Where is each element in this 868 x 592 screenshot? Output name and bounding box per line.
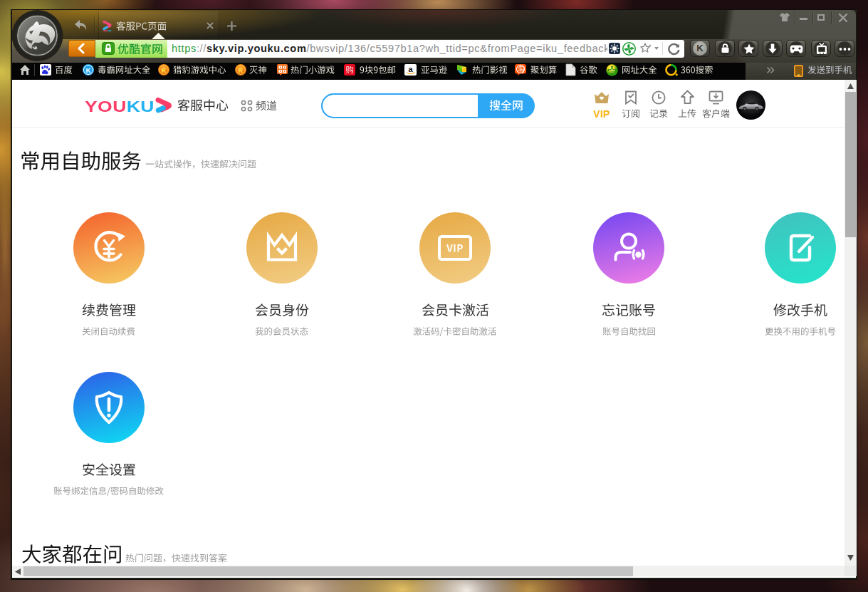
svg-text:a: a [408,65,413,73]
svg-text:K: K [239,66,244,74]
svg-text:K: K [86,66,91,74]
svg-text:K: K [162,66,167,74]
